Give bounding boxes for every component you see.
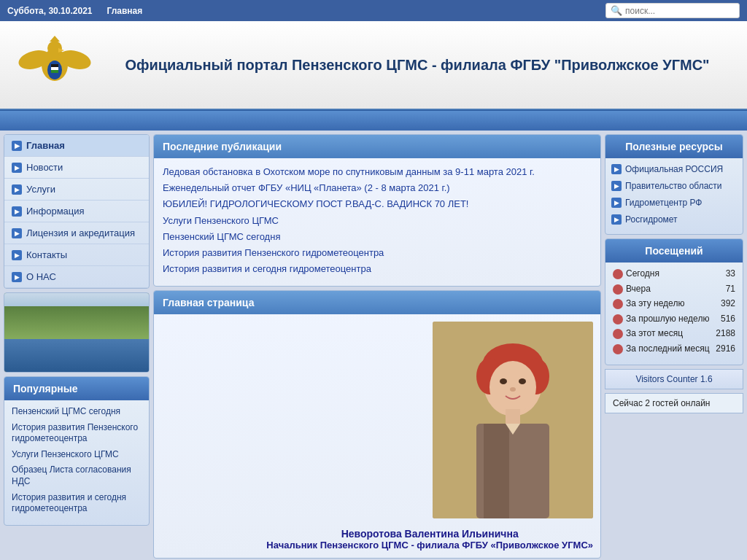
guests-online: Сейчас 2 гостей онлайн — [605, 393, 743, 413]
person-name: Неворотова Валентина Ильинична — [266, 528, 593, 540]
popular-link-2[interactable]: История развития Пензенского гидрометеоц… — [12, 422, 142, 445]
visits-row-week: За эту неделю 392 — [613, 298, 735, 310]
popular-link-4[interactable]: Образец Листа согласования НДС — [12, 464, 142, 487]
arrow-icon: ▶ — [611, 164, 622, 174]
main-page-header: Главная страница — [154, 291, 600, 314]
pub-link-6[interactable]: История развития Пензенского гидрометеоц… — [163, 246, 592, 260]
sidebar-item-services[interactable]: ▶ Услуги — [4, 179, 149, 201]
main-page-panel: Главная страница — [153, 290, 601, 559]
site-header: Официальный портал Пензенского ЦГМС - фи… — [0, 21, 747, 110]
visits-person-icon — [613, 344, 623, 354]
svg-rect-9 — [51, 64, 58, 67]
arrow-icon: ▶ — [12, 206, 22, 217]
sidebar-item-news[interactable]: ▶ Новости — [4, 157, 149, 179]
resource-link-4[interactable]: ▶ Росгидромет — [611, 213, 737, 226]
current-date: Суббота, 30.10.2021 — [7, 6, 92, 16]
visits-body: Сегодня 33 Вчера 71 За эту неделю 392 За… — [605, 262, 743, 365]
visits-person-icon — [613, 269, 623, 279]
useful-resources-body: ▶ Официальная РОССИЯ ▶ Правительство обл… — [605, 158, 743, 234]
visits-row-last-month: За последний месяц 2916 — [613, 343, 735, 355]
visits-person-icon — [613, 314, 623, 324]
topbar: Суббота, 30.10.2021 Главная 🔍 — [0, 0, 747, 21]
main-page-body: Неворотова Валентина Ильинична Начальник… — [154, 314, 600, 558]
sidebar-item-info[interactable]: ▶ Информация — [4, 201, 149, 222]
pub-link-2[interactable]: Еженедельный отчет ФГБУ «НИЦ «Планета» (… — [163, 182, 592, 195]
publications-body: Ледовая обстановка в Охотском море по сп… — [154, 158, 600, 286]
sidebar-item-contacts[interactable]: ▶ Контакты — [4, 244, 149, 266]
visits-person-icon — [613, 329, 623, 339]
popular-link-5[interactable]: История развития и сегодня гидрометеоцен… — [12, 492, 142, 515]
search-input[interactable] — [625, 6, 735, 16]
svg-rect-8 — [51, 70, 58, 73]
pub-link-3[interactable]: ЮБИЛЕЙ! ГИДРОЛОГИЧЕСКОМУ ПОСТ Р.ВАД-С. В… — [163, 198, 592, 211]
resource-link-3[interactable]: ▶ Гидрометцентр РФ — [611, 196, 737, 209]
logo-emblem — [18, 32, 91, 98]
pub-link-4[interactable]: Услуги Пензенского ЦГМС — [163, 214, 592, 228]
arrow-icon: ▶ — [12, 228, 22, 238]
arrow-icon: ▶ — [12, 272, 22, 282]
visits-row-today: Сегодня 33 — [613, 268, 735, 280]
popular-link-3[interactable]: Услуги Пензенского ЦГМС — [12, 449, 142, 461]
popular-link-1[interactable]: Пензенский ЦГМС сегодня — [12, 406, 142, 418]
left-sidebar: ▶ Главная ▶ Новости ▶ Услуги ▶ Информаци… — [4, 134, 150, 559]
sidebar-item-about[interactable]: ▶ О НАС — [4, 266, 149, 288]
person-title: Начальник Пензенского ЦГМС - филиала ФГБ… — [266, 540, 593, 551]
photo-caption: Неворотова Валентина Ильинична Начальник… — [266, 524, 593, 551]
search-box: 🔍 — [605, 3, 740, 18]
sidebar-menu: ▶ Главная ▶ Новости ▶ Услуги ▶ Информаци… — [4, 134, 150, 289]
popular-links: Пензенский ЦГМС сегодня История развития… — [4, 400, 149, 525]
arrow-icon: ▶ — [12, 163, 22, 173]
arrow-icon: ▶ — [611, 214, 622, 225]
site-title: Официальный портал Пензенского ЦГМС - фи… — [98, 55, 736, 75]
arrow-icon: ▶ — [12, 184, 22, 195]
svg-point-17 — [519, 378, 526, 384]
visits-person-icon — [613, 299, 623, 309]
pub-link-7[interactable]: История развития и сегодня гидрометеоцен… — [163, 262, 592, 276]
popular-header: Популярные — [4, 377, 149, 400]
sidebar-landscape — [4, 292, 150, 373]
site-logo — [11, 28, 98, 101]
visitors-counter-bar[interactable]: Visitors Counter 1.6 — [605, 369, 743, 389]
useful-resources-panel: Полезные ресурсы ▶ Официальная РОССИЯ ▶ … — [605, 134, 743, 235]
home-nav-link[interactable]: Главная — [107, 6, 142, 16]
popular-block: Популярные Пензенский ЦГМС сегодня Истор… — [4, 376, 150, 526]
publications-header: Последние публикации — [154, 135, 600, 158]
person-svg — [433, 322, 593, 518]
arrow-icon: ▶ — [12, 250, 22, 260]
arrow-icon: ▶ — [611, 198, 622, 208]
pub-link-1[interactable]: Ледовая обстановка в Охотском море по сп… — [163, 166, 592, 179]
navbar — [0, 110, 747, 131]
visits-row-last-week: За прошлую неделю 516 — [613, 314, 735, 325]
resource-link-2[interactable]: ▶ Правительство области — [611, 179, 737, 192]
sidebar-item-license[interactable]: ▶ Лицензия и акредитация — [4, 222, 149, 244]
arrow-icon: ▶ — [611, 181, 622, 191]
right-sidebar: Полезные ресурсы ▶ Официальная РОССИЯ ▶ … — [605, 134, 743, 559]
person-photo — [433, 322, 593, 518]
svg-point-16 — [500, 378, 507, 384]
visits-row-month: За этот месяц 2188 — [613, 328, 735, 340]
visits-row-yesterday: Вчера 71 — [613, 284, 735, 295]
center-content: Последние публикации Ледовая обстановка … — [153, 134, 601, 559]
arrow-icon: ▶ — [12, 141, 22, 151]
main-page-text — [161, 322, 259, 551]
svg-point-3 — [47, 41, 62, 55]
sidebar-item-home[interactable]: ▶ Главная — [4, 135, 149, 157]
svg-rect-21 — [484, 424, 509, 518]
svg-point-18 — [510, 387, 516, 392]
search-icon[interactable]: 🔍 — [611, 5, 622, 16]
svg-marker-5 — [50, 36, 60, 42]
svg-rect-7 — [51, 67, 58, 70]
resource-link-1[interactable]: ▶ Официальная РОССИЯ — [611, 163, 737, 176]
visits-panel: Посещений Сегодня 33 Вчера 71 За эту нед… — [605, 238, 743, 365]
visits-header: Посещений — [605, 239, 743, 262]
pub-link-5[interactable]: Пензенский ЦГМС сегодня — [163, 230, 592, 244]
main-content: ▶ Главная ▶ Новости ▶ Услуги ▶ Информаци… — [0, 131, 747, 560]
useful-resources-header: Полезные ресурсы — [605, 135, 743, 158]
publications-panel: Последние публикации Ледовая обстановка … — [153, 134, 601, 287]
visits-person-icon — [613, 284, 623, 295]
